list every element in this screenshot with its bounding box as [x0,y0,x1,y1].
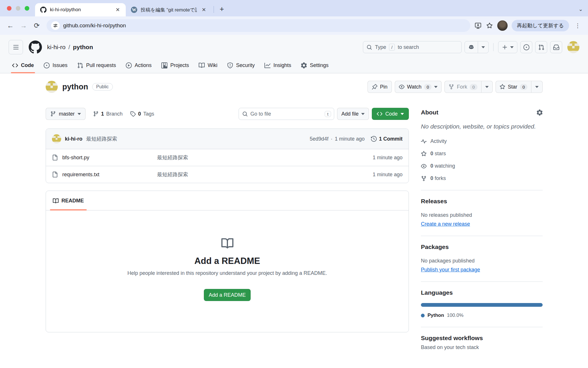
branch-count: 1 [101,111,104,117]
tab-divider [214,6,214,13]
activity-label: Activity [430,138,447,144]
about-title: About [421,109,438,116]
browser-tab-wordpress[interactable]: W 投稿を編集 “git remoteで設定し ✕ [126,3,212,16]
file-name-link[interactable]: requirements.txt [62,172,157,178]
releases-section: Releases No releases published Create a … [421,190,543,236]
pin-button[interactable]: Pin [368,81,392,93]
stars-link[interactable]: 0 stars [421,151,543,157]
file-row[interactable]: requirements.txt 最短経路探索 1 minute ago [46,166,409,183]
watch-button[interactable]: Watch 0 [395,81,442,93]
user-avatar[interactable] [567,41,579,53]
file-list: ki-hi-ro 最短経路探索 5ed9d4f · 1 minute ago 1… [46,129,409,183]
add-readme-button[interactable]: Add a README [204,289,251,301]
wordpress-favicon-icon: W [131,7,137,13]
file-name-link[interactable]: bfs-short.py [62,155,157,161]
site-settings-icon[interactable] [51,21,60,30]
create-new-group [498,41,517,53]
fork-dropdown[interactable] [481,81,492,93]
star-dropdown[interactable] [531,81,542,93]
activity-link[interactable]: Activity [421,138,543,144]
star-button[interactable]: Star 0 [496,81,531,93]
tab-issues[interactable]: Issues [40,58,71,73]
releases-title: Releases [421,198,447,205]
github-header: ki-hi-ro / python Type / to search [0,35,588,73]
star-count: 0 [520,84,527,90]
edit-repo-details-gear-icon[interactable] [537,110,543,116]
address-bar[interactable]: github.com/ki-hi-ro/python [47,19,470,32]
browser-profile-avatar[interactable] [497,20,508,31]
tab-settings[interactable]: Settings [297,58,332,73]
install-app-icon[interactable] [474,22,482,29]
commit-message-link[interactable]: 最短経路探索 [86,135,117,142]
t-key-hint: t [325,111,331,117]
chevron-down-icon [481,46,485,48]
commit-author-link[interactable]: ki-hi-ro [65,136,82,142]
tab-label: Code [21,62,34,68]
back-button[interactable]: ← [5,20,16,31]
your-pull-requests-button[interactable] [535,41,547,53]
github-logo-icon[interactable] [29,41,42,54]
forward-button[interactable]: → [18,20,29,31]
fork-button[interactable]: Fork 0 [445,81,481,93]
branch-selector-button[interactable]: master [46,108,86,120]
language-bar[interactable] [421,303,543,307]
your-issues-button[interactable] [520,41,532,53]
reload-button[interactable]: ⟳ [31,20,42,31]
repo-name-link[interactable]: python [62,83,88,91]
window-minimize-button[interactable] [16,6,20,11]
commit-history-link[interactable]: 1 Commit [371,136,403,142]
inbox-button[interactable] [550,41,562,53]
breadcrumb-repo-link[interactable]: python [73,44,93,51]
window-close-button[interactable] [7,6,11,11]
code-button[interactable]: Code [372,108,409,120]
breadcrumb-owner-link[interactable]: ki-hi-ro [47,44,65,51]
new-tab-button[interactable]: + [216,5,228,14]
branches-link[interactable]: 1 Branch [93,111,123,117]
tab-pull-requests[interactable]: Pull requests [74,58,119,73]
repo-owner-avatar[interactable] [46,81,58,93]
create-new-button[interactable] [498,41,517,53]
commit-sha-link[interactable]: 5ed9d4f [310,136,328,142]
tab-insights[interactable]: Insights [261,58,295,73]
tab-security[interactable]: Security [224,58,258,73]
file-commit-message[interactable]: 最短経路探索 [157,171,188,178]
forks-label: forks [435,175,446,181]
tab-wiki[interactable]: Wiki [195,58,221,73]
tab-code[interactable]: Code [9,58,37,73]
forks-link[interactable]: 0 forks [421,175,543,181]
publish-package-link[interactable]: Publish your first package [421,267,480,273]
watching-link[interactable]: 0 watching [421,163,543,169]
tab-label: Insights [273,62,291,68]
browser-tab-github[interactable]: ki-hi-ro/python ✕ [35,3,126,16]
tab-actions[interactable]: Actions [122,58,155,73]
browser-menu-icon[interactable]: ⋮ [573,22,582,29]
go-to-file-input[interactable] [250,111,322,117]
search-placeholder-suffix: to search [398,44,419,50]
tab-close-icon[interactable]: ✕ [200,6,207,13]
repo-actions: Pin Watch 0 Fork 0 [368,81,543,93]
restart-to-update-button[interactable]: 再起動して更新する [512,20,569,31]
tab-label: Actions [135,62,152,68]
add-file-button[interactable]: Add file [337,108,369,120]
tab-close-icon[interactable]: ✕ [114,6,121,13]
commit-separator: · [331,136,332,142]
commit-author-avatar[interactable] [52,134,61,143]
tab-search-chevron-icon[interactable]: ⌄ [579,6,583,12]
readme-tab[interactable]: README [50,191,87,210]
file-commit-message[interactable]: 最短経路探索 [157,154,188,161]
tags-link[interactable]: 0 Tags [130,111,154,117]
slash-key-hint: / [389,44,395,51]
window-zoom-button[interactable] [25,6,29,11]
tab-projects[interactable]: Projects [158,58,192,73]
readme-empty-help: Help people interested in this repositor… [127,270,327,276]
tab-title: ki-hi-ro/python [50,7,111,13]
browser-tab-strip: ki-hi-ro/python ✕ W 投稿を編集 “git remoteで設定… [0,0,588,16]
global-nav-menu-button[interactable] [9,40,23,54]
language-item[interactable]: Python 100.0% [421,313,543,318]
bookmark-star-icon[interactable] [486,22,493,29]
file-row[interactable]: bfs-short.py 最短経路探索 1 minute ago [46,149,409,166]
copilot-dropdown[interactable] [478,41,488,53]
global-search-button[interactable]: Type / to search [363,41,462,53]
copilot-button[interactable] [465,41,478,53]
create-release-link[interactable]: Create a new release [421,221,470,227]
